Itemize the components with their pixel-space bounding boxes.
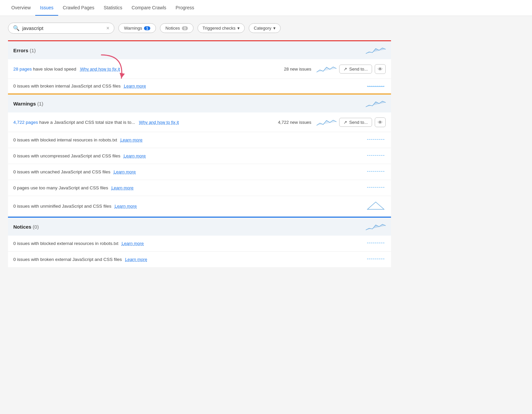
notices-title: Notices (0) bbox=[13, 224, 39, 230]
notices-mini-chart bbox=[366, 222, 386, 232]
warning-row-5: 0 pages use too many JavaScript and CSS … bbox=[8, 180, 391, 196]
errors-section-header: Errors (1) bbox=[8, 40, 391, 59]
notices-section-header: Notices (0) bbox=[8, 217, 391, 236]
notice-row-1-learn-more-link[interactable]: Learn more bbox=[122, 241, 144, 246]
eye-icon: 👁 bbox=[378, 66, 383, 72]
nav-crawled-pages[interactable]: Crawled Pages bbox=[58, 0, 99, 16]
notices-badge: 0 bbox=[182, 26, 188, 30]
warning-row-1-description: have a JavaScript and CSS total size tha… bbox=[39, 120, 135, 125]
warning-row-1-chart bbox=[317, 117, 336, 127]
warnings-mini-chart bbox=[366, 99, 386, 108]
warning-row-5-description: 0 pages use too many JavaScript and CSS … bbox=[13, 185, 108, 190]
warning-row-1-why-fix-link[interactable]: Why and how to fix it bbox=[139, 120, 179, 125]
notice-row-2-learn-more-link[interactable]: Learn more bbox=[125, 257, 147, 262]
warnings-label: Warnings bbox=[124, 26, 142, 31]
warning-row-1-pages-link[interactable]: 4,722 pages bbox=[13, 120, 38, 125]
send-label-2: Send to... bbox=[349, 120, 368, 125]
notice-row-2: 0 issues with broken external JavaScript… bbox=[8, 252, 391, 267]
error-row-2-chart bbox=[366, 84, 386, 88]
search-icon: 🔍 bbox=[13, 25, 20, 31]
warning-row-2: 0 issues with blocked internal resources… bbox=[8, 132, 391, 148]
clear-search-button[interactable]: × bbox=[106, 25, 109, 31]
error-row-1-description: have slow load speed bbox=[33, 67, 76, 72]
warning-row-3-learn-more-link[interactable]: Learn more bbox=[124, 153, 146, 158]
notice-row-1: 0 issues with blocked external resources… bbox=[8, 236, 391, 252]
nav-statistics[interactable]: Statistics bbox=[99, 0, 127, 16]
warning-row-1: 4,722 pages have a JavaScript and CSS to… bbox=[8, 112, 391, 132]
error-row-1-why-fix-link[interactable]: Why and how to fix it bbox=[80, 67, 120, 72]
warning-row-1-send-button[interactable]: ↗ Send to... bbox=[339, 118, 372, 127]
error-row-1-new-issues: 28 new issues bbox=[284, 67, 311, 72]
error-row-1: 28 pages have slow load speed Why and ho… bbox=[8, 59, 391, 79]
errors-title: Errors (1) bbox=[13, 48, 36, 53]
nav-overview[interactable]: Overview bbox=[7, 0, 35, 16]
main-content: 🔍 × Warnings 1 Notices 0 Triggered check… bbox=[0, 16, 399, 274]
warning-row-4-learn-more-link[interactable]: Learn more bbox=[114, 169, 136, 174]
warning-row-6-text: 0 issues with unminified JavaScript and … bbox=[13, 204, 363, 209]
error-row-1-eye-button[interactable]: 👁 bbox=[375, 64, 386, 74]
notices-filter-pill[interactable]: Notices 0 bbox=[160, 23, 194, 33]
warnings-section-header: Warnings (1) bbox=[8, 94, 391, 112]
category-dropdown[interactable]: Category ▾ bbox=[249, 23, 281, 33]
warning-row-2-text: 0 issues with blocked internal resources… bbox=[13, 137, 363, 142]
warnings-count: (1) bbox=[37, 101, 43, 106]
warning-row-6-description: 0 issues with unminified JavaScript and … bbox=[13, 204, 111, 209]
search-box[interactable]: 🔍 × bbox=[8, 23, 114, 34]
error-row-1-pages-link[interactable]: 28 pages bbox=[13, 67, 32, 72]
errors-mini-chart bbox=[366, 45, 386, 55]
send-icon: ↗ bbox=[343, 67, 347, 72]
search-input[interactable] bbox=[22, 25, 104, 31]
warning-row-2-description: 0 issues with blocked internal resources… bbox=[13, 137, 117, 142]
errors-count: (1) bbox=[30, 48, 36, 53]
error-row-2-description: 0 issues with broken internal JavaScript… bbox=[13, 84, 121, 89]
nav-bar: Overview Issues Crawled Pages Statistics… bbox=[0, 0, 532, 16]
warning-row-3: 0 issues with uncompressed JavaScript an… bbox=[8, 148, 391, 164]
error-row-1-chart bbox=[317, 64, 336, 74]
error-row-1-text: 28 pages have slow load speed Why and ho… bbox=[13, 67, 277, 72]
warning-row-6-learn-more-link[interactable]: Learn more bbox=[115, 204, 137, 209]
warning-row-4-description: 0 issues with uncached JavaScript and CS… bbox=[13, 169, 110, 174]
notice-row-2-text: 0 issues with broken external JavaScript… bbox=[13, 257, 363, 262]
warning-row-2-learn-more-link[interactable]: Learn more bbox=[120, 137, 142, 142]
nav-issues[interactable]: Issues bbox=[35, 0, 58, 16]
error-row-2: 0 issues with broken internal JavaScript… bbox=[8, 79, 391, 94]
send-icon-2: ↗ bbox=[343, 120, 347, 125]
eye-icon-2: 👁 bbox=[378, 119, 383, 125]
warnings-filter-pill[interactable]: Warnings 1 bbox=[118, 23, 156, 33]
triggered-checks-chevron-icon: ▾ bbox=[237, 26, 240, 31]
warning-row-1-new-issues: 4,722 new issues bbox=[278, 120, 311, 125]
filters-row: 🔍 × Warnings 1 Notices 0 Triggered check… bbox=[8, 23, 391, 34]
notice-row-1-text: 0 issues with blocked external resources… bbox=[13, 241, 363, 246]
warning-row-1-text: 4,722 pages have a JavaScript and CSS to… bbox=[13, 120, 271, 125]
category-chevron-icon: ▾ bbox=[273, 26, 276, 31]
send-label: Send to... bbox=[349, 67, 368, 72]
triggered-checks-dropdown[interactable]: Triggered checks ▾ bbox=[198, 23, 245, 33]
warning-row-4: 0 issues with uncached JavaScript and CS… bbox=[8, 164, 391, 180]
warnings-title: Warnings (1) bbox=[13, 101, 43, 106]
warning-row-3-description: 0 issues with uncompressed JavaScript an… bbox=[13, 153, 120, 158]
category-label: Category bbox=[254, 26, 271, 31]
warning-row-3-text: 0 issues with uncompressed JavaScript an… bbox=[13, 153, 363, 158]
notices-label: Notices bbox=[166, 26, 180, 31]
notices-count: (0) bbox=[33, 224, 39, 230]
notice-row-1-description: 0 issues with blocked external resources… bbox=[13, 241, 118, 246]
nav-progress[interactable]: Progress bbox=[171, 0, 199, 16]
warning-row-6: 0 issues with unminified JavaScript and … bbox=[8, 196, 391, 217]
svg-marker-5 bbox=[367, 202, 384, 209]
notice-row-2-description: 0 issues with broken external JavaScript… bbox=[13, 257, 122, 262]
warning-row-5-learn-more-link[interactable]: Learn more bbox=[111, 185, 133, 190]
error-row-2-text: 0 issues with broken internal JavaScript… bbox=[13, 84, 363, 89]
nav-compare-crawls[interactable]: Compare Crawls bbox=[127, 0, 171, 16]
error-row-2-learn-more-link[interactable]: Learn more bbox=[124, 84, 146, 89]
triggered-checks-label: Triggered checks bbox=[202, 26, 235, 31]
warning-row-1-eye-button[interactable]: 👁 bbox=[375, 117, 386, 127]
warning-row-4-text: 0 issues with uncached JavaScript and CS… bbox=[13, 169, 363, 174]
warning-row-5-text: 0 pages use too many JavaScript and CSS … bbox=[13, 185, 363, 190]
warnings-badge: 1 bbox=[144, 26, 150, 30]
error-row-1-send-button[interactable]: ↗ Send to... bbox=[339, 65, 372, 74]
